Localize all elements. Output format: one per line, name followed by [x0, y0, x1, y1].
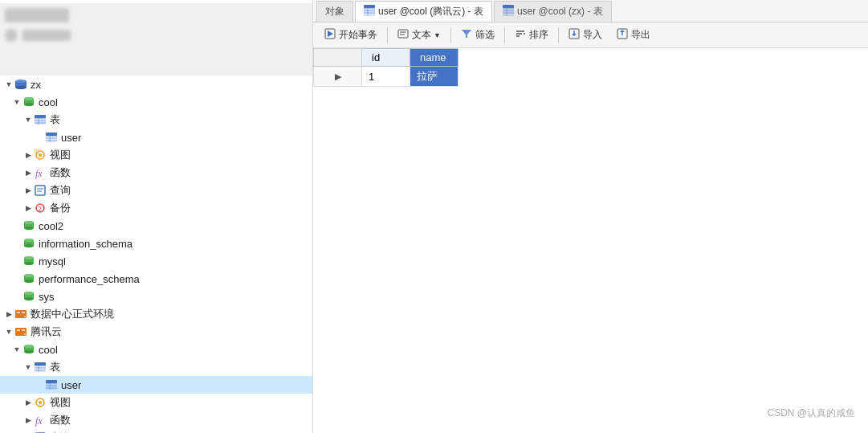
- export-label: 导出: [631, 28, 650, 42]
- expand-arrow-tc-funcs[interactable]: [22, 415, 34, 426]
- sidebar-item-mysql[interactable]: mysql: [0, 252, 312, 270]
- sidebar-item-tc-queries[interactable]: 查询: [0, 429, 312, 433]
- database-icon-sys: [22, 290, 35, 303]
- content-area: 对象 user @cool (腾讯云) - 表: [313, 0, 868, 433]
- database-icon-perf-schema: [22, 272, 35, 285]
- tab-object-label: 对象: [325, 5, 344, 18]
- text-button[interactable]: 文本 ▼: [391, 25, 447, 46]
- expand-arrow-cool-backup[interactable]: [22, 202, 34, 214]
- folder-query-icon: [34, 184, 47, 197]
- sidebar-item-tencentcloud[interactable]: 腾讯云: [0, 323, 312, 341]
- expand-arrow-datacenter[interactable]: [3, 308, 14, 320]
- svg-point-43: [24, 274, 34, 277]
- expand-arrow-tc-tables[interactable]: [22, 362, 34, 373]
- import-button[interactable]: 导入: [562, 25, 609, 46]
- sidebar-label-tc-user: user: [61, 379, 81, 391]
- col-header-id: id: [362, 49, 410, 67]
- svg-rect-94: [398, 30, 408, 38]
- sidebar-label-cool-funcs: 函数: [50, 165, 71, 180]
- sidebar-item-info-schema[interactable]: information_schema: [0, 235, 312, 252]
- sort-icon: [515, 28, 526, 42]
- expand-arrow-zx[interactable]: [3, 79, 14, 90]
- svg-text:fx: fx: [35, 415, 43, 427]
- sidebar-label-tc-cool: cool: [39, 344, 58, 356]
- sidebar[interactable]: zx cool: [0, 0, 313, 433]
- svg-point-34: [24, 244, 34, 247]
- sidebar-item-cool-backup[interactable]: 2 备份: [0, 199, 312, 217]
- filter-icon: [461, 28, 472, 42]
- row-indicator: ▶: [314, 67, 362, 87]
- expand-arrow-cool-views[interactable]: [22, 149, 34, 161]
- col-header-name: name: [410, 49, 458, 67]
- svg-point-51: [24, 316, 26, 317]
- svg-point-30: [24, 227, 34, 230]
- sidebar-label-cool-tables: 表: [50, 112, 60, 127]
- expand-arrow-tc-views[interactable]: [22, 397, 34, 408]
- svg-rect-14: [46, 133, 57, 136]
- svg-rect-87: [503, 5, 514, 8]
- sidebar-item-zx[interactable]: zx: [0, 76, 312, 93]
- sidebar-label-datacenter: 数据中心正式环境: [31, 307, 114, 321]
- svg-point-5: [24, 103, 34, 106]
- begin-tx-button[interactable]: 开始事务: [318, 25, 384, 46]
- svg-point-58: [24, 350, 34, 353]
- filter-button[interactable]: 筛选: [454, 25, 501, 46]
- svg-marker-101: [524, 33, 525, 35]
- folder-table-icon-cool: [34, 113, 47, 126]
- expand-arrow-cool-funcs[interactable]: [22, 167, 34, 178]
- svg-rect-21: [34, 149, 39, 153]
- expand-arrow-cool-queries[interactable]: [22, 185, 34, 196]
- sidebar-item-tc-funcs[interactable]: fx 函数: [0, 411, 312, 429]
- sidebar-item-cool-tables[interactable]: 表: [0, 111, 312, 129]
- sidebar-item-cool-funcs[interactable]: fx 函数: [0, 164, 312, 182]
- svg-rect-8: [35, 115, 46, 118]
- sort-button[interactable]: 排序: [508, 25, 555, 46]
- expand-arrow-tencentcloud[interactable]: [3, 326, 14, 337]
- sidebar-item-datacenter[interactable]: 数据中心正式环境: [0, 305, 312, 323]
- tab-side[interactable]: user @cool (zx) - 表: [494, 1, 612, 22]
- expand-arrow-tc-cool[interactable]: [11, 344, 22, 355]
- sidebar-item-cool2[interactable]: cool2: [0, 217, 312, 235]
- toolbar-sep-3: [504, 27, 505, 43]
- sidebar-item-tc-user[interactable]: user: [0, 376, 312, 394]
- table-icon-tc-user: [45, 378, 58, 391]
- sidebar-label-cool: cool: [39, 96, 58, 108]
- connection-icon-tencentcloud: [14, 325, 27, 338]
- tab-object[interactable]: 对象: [316, 1, 353, 22]
- blurred-header: [0, 3, 312, 76]
- sidebar-label-sys: sys: [39, 291, 55, 303]
- sidebar-item-tc-tables[interactable]: 表: [0, 358, 312, 376]
- svg-rect-49: [17, 312, 20, 313]
- sidebar-label-perf-schema: performance_schema: [39, 273, 140, 285]
- expand-arrow-cool-tables[interactable]: [22, 114, 34, 125]
- tab-main[interactable]: user @cool (腾讯云) - 表: [355, 1, 492, 22]
- svg-text:fx: fx: [35, 168, 43, 179]
- sidebar-label-cool-queries: 查询: [50, 183, 71, 198]
- sidebar-item-cool-views[interactable]: 视图: [0, 146, 312, 164]
- data-table: id name ▶ 1 拉萨: [313, 48, 458, 87]
- toolbar-sep-1: [387, 27, 388, 43]
- svg-point-73: [39, 401, 42, 404]
- import-label: 导入: [583, 28, 602, 42]
- sidebar-item-cool-user[interactable]: user: [0, 129, 312, 146]
- database-icon-cool2: [22, 219, 35, 232]
- svg-point-20: [39, 153, 42, 157]
- sidebar-item-cool-queries[interactable]: 查询: [0, 182, 312, 199]
- svg-rect-54: [22, 329, 25, 331]
- sidebar-item-tc-cool[interactable]: cool: [0, 341, 312, 358]
- sidebar-item-cool[interactable]: cool: [0, 93, 312, 111]
- folder-table-icon-tc: [34, 361, 47, 374]
- text-dropdown-arrow: ▼: [434, 31, 441, 39]
- folder-backup-icon: 2: [34, 202, 47, 214]
- toolbar: 开始事务 文本 ▼: [313, 22, 868, 48]
- table-row[interactable]: ▶ 1 拉萨: [314, 67, 458, 87]
- export-button[interactable]: 导出: [610, 25, 657, 46]
- sidebar-label-tc-funcs: 函数: [50, 413, 71, 427]
- sidebar-item-tc-views[interactable]: 视图: [0, 394, 312, 411]
- import-icon: [568, 28, 580, 42]
- svg-marker-107: [620, 30, 625, 32]
- sidebar-item-sys[interactable]: sys: [0, 288, 312, 305]
- table-area: id name ▶ 1 拉萨: [313, 48, 868, 433]
- sidebar-item-perf-schema[interactable]: performance_schema: [0, 270, 312, 288]
- expand-arrow-cool[interactable]: [11, 96, 22, 108]
